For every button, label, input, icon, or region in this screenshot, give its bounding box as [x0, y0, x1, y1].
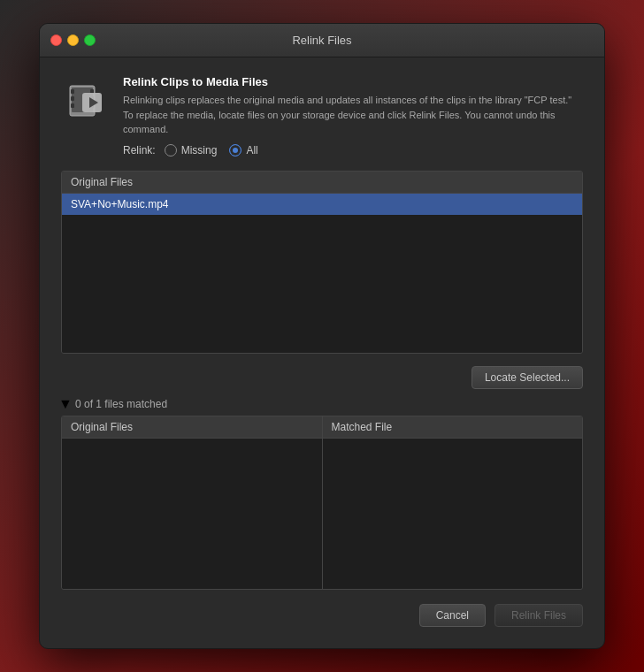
- locate-btn-row: Locate Selected...: [61, 366, 583, 389]
- relink-files-button[interactable]: Relink Files: [494, 604, 583, 627]
- original-files-body: SVA+No+Music.mp4: [62, 194, 582, 353]
- maximize-button[interactable]: [84, 34, 96, 46]
- matched-label: 0 of 1 files matched: [75, 398, 167, 410]
- window-title: Relink Files: [292, 34, 351, 47]
- matched-original-col: [62, 439, 323, 589]
- triangle-icon: ▼: [61, 400, 70, 409]
- svg-rect-4: [71, 103, 74, 108]
- dialog-description: Relinking clips replaces the original me…: [123, 93, 583, 137]
- matched-table-header: Original Files Matched File: [62, 416, 582, 439]
- radio-group: Missing All: [165, 144, 258, 157]
- svg-rect-3: [71, 96, 74, 101]
- relink-row: Relink: Missing All: [123, 144, 583, 157]
- locate-selected-button[interactable]: Locate Selected...: [472, 366, 583, 389]
- file-row[interactable]: SVA+No+Music.mp4: [62, 194, 582, 215]
- matched-file-col: [323, 439, 583, 589]
- matched-file-header: Matched File: [323, 416, 583, 438]
- svg-rect-2: [71, 89, 74, 94]
- close-button[interactable]: [50, 34, 62, 46]
- relink-files-window: Relink Files: [39, 23, 605, 649]
- film-icon: [61, 75, 111, 125]
- header-section: Relink Clips to Media Files Relinking cl…: [61, 75, 583, 157]
- radio-missing[interactable]: Missing: [165, 144, 218, 157]
- relink-label: Relink:: [123, 144, 156, 157]
- radio-all-input[interactable]: [229, 144, 242, 157]
- original-files-table: Original Files SVA+No+Music.mp4: [61, 171, 583, 354]
- matched-original-files-header: Original Files: [62, 416, 323, 438]
- radio-all-label: All: [246, 144, 257, 157]
- matched-table-body: [62, 439, 582, 589]
- dialog-content: Relink Clips to Media Files Relinking cl…: [40, 57, 604, 648]
- matched-table: Original Files Matched File: [61, 416, 583, 590]
- bottom-buttons: Cancel Relink Files: [61, 604, 583, 630]
- original-files-header: Original Files: [62, 172, 582, 194]
- radio-missing-input[interactable]: [165, 144, 177, 157]
- minimize-button[interactable]: [67, 34, 79, 46]
- traffic-lights: [50, 34, 96, 46]
- titlebar: Relink Files: [40, 24, 604, 57]
- dialog-title: Relink Clips to Media Files: [123, 75, 583, 88]
- radio-missing-label: Missing: [181, 144, 218, 157]
- matched-section-header: ▼ 0 of 1 files matched: [61, 398, 583, 410]
- cancel-button[interactable]: Cancel: [419, 604, 486, 627]
- radio-all[interactable]: All: [229, 144, 257, 157]
- header-text: Relink Clips to Media Files Relinking cl…: [123, 75, 583, 157]
